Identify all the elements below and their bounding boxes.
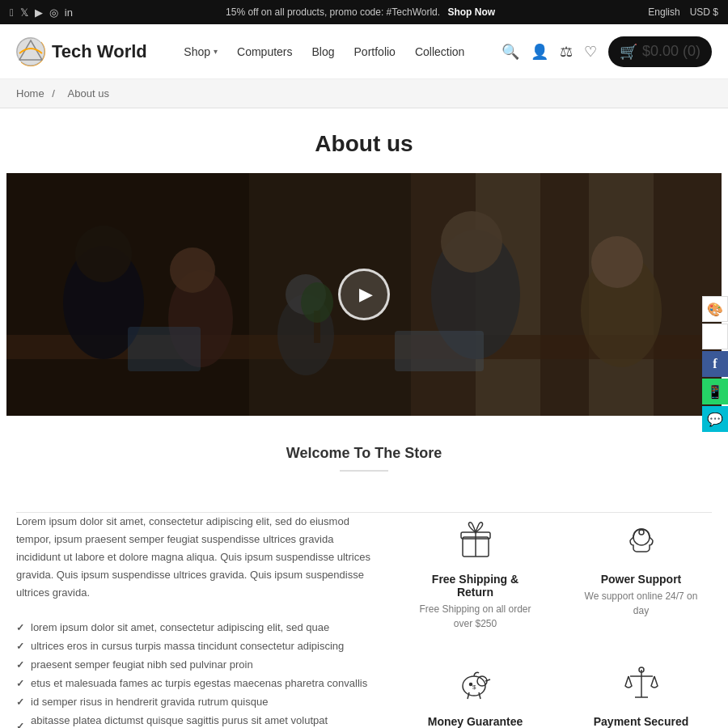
logo-text: Tech World bbox=[52, 41, 147, 62]
welcome-title: Welcome To The Store bbox=[16, 445, 712, 472]
svg-text:$: $ bbox=[472, 684, 476, 691]
logo[interactable]: Tech World bbox=[16, 37, 147, 66]
feature-shipping-desc: Free Shipping on all order over $250 bbox=[413, 602, 538, 631]
feature-shipping-title: Free Shipping & Return bbox=[413, 573, 538, 599]
nav-collection[interactable]: Collection bbox=[415, 45, 464, 58]
instagram-icon[interactable]: ◎ bbox=[49, 6, 58, 19]
shop-arrow-icon: ▾ bbox=[214, 47, 218, 56]
gift-svg bbox=[456, 521, 495, 560]
features-col: Free Shipping & Return Free Shipping on … bbox=[404, 513, 712, 728]
welcome-section: Welcome To The Store bbox=[0, 416, 728, 512]
svg-line-26 bbox=[630, 537, 633, 540]
settings-button[interactable]: ⚙ bbox=[702, 324, 728, 349]
payment-icon bbox=[622, 663, 661, 707]
page-title: About us bbox=[0, 108, 728, 173]
video-section bbox=[6, 173, 722, 416]
shipping-icon bbox=[456, 521, 495, 565]
piggy-svg: $ bbox=[456, 663, 495, 702]
logo-icon bbox=[16, 37, 45, 66]
support-icon bbox=[622, 521, 661, 565]
wishlist-icon[interactable]: ♡ bbox=[584, 43, 597, 61]
cart-icon: 🛒 bbox=[620, 43, 637, 61]
compare-icon[interactable]: ⚖ bbox=[560, 43, 573, 61]
about-content: Lorem ipsum dolor sit amet, consectetur … bbox=[0, 513, 728, 728]
main-content: About us bbox=[0, 108, 728, 728]
language-selector[interactable]: English bbox=[648, 6, 679, 18]
floating-sidebar: 🎨 ⚙ f 📱 💬 bbox=[702, 296, 728, 432]
header-actions: 🔍 👤 ⚖ ♡ 🛒 $0.00 (0) bbox=[502, 36, 712, 67]
header: Tech World Shop ▾ Computers Blog Portfol… bbox=[0, 24, 728, 79]
list-item: abitasse platea dictumst quisque sagitti… bbox=[16, 711, 372, 728]
feature-support: Power Support We support online 24/7 on … bbox=[570, 513, 712, 639]
money-icon: $ bbox=[456, 663, 495, 707]
feature-shipping: Free Shipping & Return Free Shipping on … bbox=[404, 513, 546, 639]
feature-support-title: Power Support bbox=[601, 573, 682, 586]
feature-payment-title: Payment Secured bbox=[594, 715, 689, 728]
feature-support-desc: We support online 24/7 on day bbox=[578, 589, 704, 618]
breadcrumb-home[interactable]: Home bbox=[16, 87, 44, 99]
about-paragraph: Lorem ipsum dolor sit amet, consectetur … bbox=[16, 513, 372, 602]
scale-svg bbox=[622, 663, 661, 702]
main-nav: Shop ▾ Computers Blog Portfolio Collecti… bbox=[184, 45, 464, 58]
list-item: id semper risus in hendrerit gravida rut… bbox=[16, 692, 372, 711]
nav-portfolio[interactable]: Portfolio bbox=[354, 45, 396, 58]
breadcrumb-separator: / bbox=[52, 87, 55, 99]
top-bar-right: English USD $ bbox=[648, 6, 718, 18]
checklist: lorem ipsum dolor sit amet, consectetur … bbox=[16, 618, 372, 728]
breadcrumb: Home / About us bbox=[0, 79, 728, 108]
social-icons:  𝕏 ▶ ◎ in bbox=[10, 6, 73, 19]
promo-bar: 15% off on all products, promo code: #Te… bbox=[73, 6, 648, 18]
nav-computers[interactable]: Computers bbox=[237, 45, 292, 58]
facebook-icon[interactable]:  bbox=[10, 6, 14, 19]
play-button[interactable] bbox=[338, 269, 390, 320]
youtube-icon[interactable]: ▶ bbox=[35, 6, 43, 19]
list-item: ultrices eros in cursus turpis massa tin… bbox=[16, 637, 372, 655]
cart-button[interactable]: 🛒 $0.00 (0) bbox=[608, 36, 712, 67]
support-svg bbox=[622, 521, 661, 560]
cart-total: $0.00 (0) bbox=[642, 43, 700, 60]
palette-button[interactable]: 🎨 bbox=[702, 296, 728, 322]
promo-text: 15% off on all products, promo code: #Te… bbox=[226, 6, 440, 18]
features-grid: Free Shipping & Return Free Shipping on … bbox=[404, 513, 712, 728]
shop-now-link[interactable]: Shop Now bbox=[447, 6, 495, 18]
currency-selector[interactable]: USD $ bbox=[690, 6, 718, 18]
list-item: lorem ipsum dolor sit amet, consectetur … bbox=[16, 618, 372, 637]
list-item: praesent semper feugiat nibh sed pulvina… bbox=[16, 655, 372, 674]
list-item: etus et malesuada fames ac turpis egesta… bbox=[16, 674, 372, 692]
account-icon[interactable]: 👤 bbox=[531, 43, 548, 61]
top-bar:  𝕏 ▶ ◎ in 15% off on all products, prom… bbox=[0, 0, 728, 24]
breadcrumb-current: About us bbox=[68, 87, 109, 99]
whatsapp-button[interactable]: 📱 bbox=[702, 379, 728, 404]
facebook-button[interactable]: f bbox=[702, 351, 728, 377]
nav-shop[interactable]: Shop ▾ bbox=[184, 45, 218, 58]
chat-button[interactable]: 💬 bbox=[702, 406, 728, 432]
search-icon[interactable]: 🔍 bbox=[502, 43, 519, 61]
svg-line-27 bbox=[650, 537, 653, 540]
svg-line-31 bbox=[485, 679, 490, 681]
about-text-col: Lorem ipsum dolor sit amet, consectetur … bbox=[16, 513, 372, 728]
svg-point-28 bbox=[639, 530, 644, 535]
feature-money-title: Money Guarantee bbox=[428, 715, 523, 728]
linkedin-icon[interactable]: in bbox=[65, 6, 73, 19]
feature-payment: Payment Secured All payment secured and … bbox=[570, 655, 712, 728]
nav-blog[interactable]: Blog bbox=[312, 45, 335, 58]
feature-money: $ Money Guarantee 25 days money back gua… bbox=[404, 655, 546, 728]
twitter-icon[interactable]: 𝕏 bbox=[20, 6, 28, 19]
